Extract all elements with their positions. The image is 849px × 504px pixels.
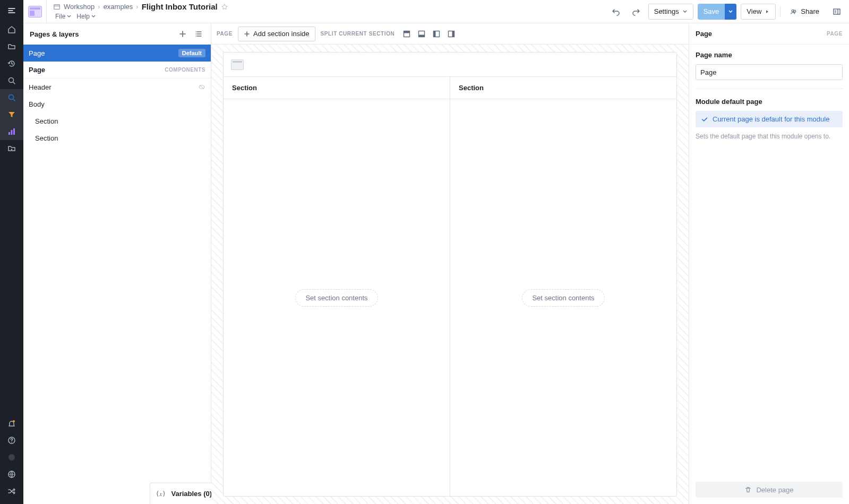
save-dropdown-button[interactable] — [725, 4, 736, 20]
view-label: View — [747, 7, 761, 15]
chevron-right-icon: › — [98, 3, 100, 11]
favorites-folder-icon[interactable] — [0, 140, 23, 157]
section-1-body: Set section contents — [224, 99, 450, 496]
workshop-icon — [53, 3, 61, 11]
collapse-tree-icon[interactable] — [191, 26, 207, 42]
visibility-icon[interactable] — [198, 83, 205, 91]
share-button[interactable]: Share — [785, 4, 825, 20]
header-placeholder-icon — [231, 59, 244, 70]
page-name-input[interactable] — [696, 64, 843, 80]
page-body: Section Set section contents Section Set… — [224, 77, 676, 496]
search-icon[interactable] — [0, 72, 23, 89]
activity-bar — [0, 0, 23, 504]
canvas-area: Section Set section contents Section Set… — [211, 45, 689, 504]
set-section-contents-button[interactable]: Set section contents — [522, 289, 604, 307]
tree-row-label: Page — [29, 49, 178, 57]
tree-row-label: Section — [35, 134, 205, 142]
svg-rect-18 — [434, 31, 436, 37]
add-page-icon[interactable] — [175, 26, 191, 42]
components-tag: COMPONENTS — [165, 67, 205, 73]
tree-row-body[interactable]: Body — [23, 95, 211, 112]
folder-icon[interactable] — [0, 38, 23, 55]
settings-button[interactable]: Settings — [648, 4, 693, 20]
notifications-icon[interactable] — [0, 415, 23, 432]
share-label: Share — [801, 7, 819, 15]
svg-point-0 — [9, 78, 14, 83]
breadcrumb-workshop[interactable]: Workshop — [64, 3, 95, 11]
default-badge: Default — [178, 49, 205, 57]
menu-icon[interactable] — [0, 0, 23, 21]
page-card[interactable]: Section Set section contents Section Set… — [223, 52, 677, 497]
tree-row-label: Body — [29, 100, 205, 108]
menu-help[interactable]: Help — [74, 12, 98, 21]
tree-row-label: Section — [35, 117, 205, 125]
top-bar: Workshop › examples › Flight Inbox Tutor… — [23, 0, 849, 23]
search-data-icon[interactable] — [0, 89, 23, 106]
section-heading-label: Section — [459, 84, 484, 92]
breadcrumb: Workshop › examples › Flight Inbox Tutor… — [53, 2, 228, 11]
split-label: SPLIT CURRENT SECTION — [321, 31, 395, 37]
view-button[interactable]: View — [741, 4, 776, 20]
menubar: File Help — [53, 12, 228, 21]
left-panel-header: Pages & layers — [23, 23, 211, 45]
undo-icon[interactable] — [608, 4, 624, 20]
history-icon[interactable] — [0, 55, 23, 72]
breadcrumb-current: Flight Inbox Tutorial — [142, 2, 218, 11]
chevron-right-icon: › — [136, 3, 138, 11]
save-button[interactable]: Save — [698, 4, 725, 20]
split-bottom-icon[interactable] — [415, 27, 428, 41]
home-icon[interactable] — [0, 21, 23, 38]
section-1[interactable]: Section Set section contents — [224, 77, 450, 496]
menu-file-label: File — [55, 13, 65, 20]
split-top-icon[interactable] — [400, 27, 414, 41]
menu-file[interactable]: File — [53, 12, 73, 21]
shuffle-icon[interactable] — [0, 483, 23, 500]
tree-row-header[interactable]: Header — [23, 79, 211, 95]
filter-icon[interactable] — [0, 106, 23, 123]
tree-row-label: Header — [29, 83, 198, 91]
tree-row-section-1[interactable]: Section — [23, 112, 211, 129]
trash-icon — [744, 486, 752, 493]
check-icon — [701, 116, 708, 123]
svg-rect-9 — [54, 4, 60, 9]
add-section-inside-button[interactable]: Add section inside — [238, 27, 315, 41]
default-page-callout: Current page is default for this module — [696, 111, 843, 127]
redo-icon[interactable] — [628, 4, 644, 20]
panel-toggle-icon[interactable] — [829, 4, 845, 20]
tree-row-section-2[interactable]: Section — [23, 129, 211, 146]
section-2[interactable]: Section Set section contents — [450, 77, 676, 496]
page-name-label: Page name — [696, 51, 843, 59]
svg-rect-20 — [452, 31, 454, 37]
chart-icon[interactable] — [0, 123, 23, 140]
account-icon[interactable] — [0, 449, 23, 466]
default-page-hint: Sets the default page that this module o… — [696, 133, 843, 140]
svg-point-5 — [13, 420, 15, 422]
help-icon[interactable] — [0, 432, 23, 449]
split-right-icon[interactable] — [444, 27, 458, 41]
delete-page-button[interactable]: Delete page — [696, 482, 843, 498]
divider — [696, 89, 843, 89]
globe-icon[interactable] — [0, 466, 23, 483]
split-left-icon[interactable] — [430, 27, 443, 41]
tree-row-page[interactable]: Page Default — [23, 45, 211, 62]
section-1-head: Section — [224, 77, 450, 99]
layer-tree: Page Default Page COMPONENTS Header Body — [23, 45, 211, 504]
canvas-column: PAGE Add section inside SPLIT CURRENT SE… — [211, 23, 689, 504]
set-section-contents-button[interactable]: Set section contents — [295, 289, 378, 307]
tree-row-page-2[interactable]: Page COMPONENTS — [23, 62, 211, 79]
svg-rect-12 — [834, 9, 840, 14]
svg-rect-2 — [8, 132, 10, 135]
delete-page-label: Delete page — [756, 486, 793, 494]
svg-point-1 — [9, 95, 14, 100]
page-header-slot[interactable] — [224, 53, 676, 77]
star-icon[interactable] — [221, 3, 228, 11]
right-panel: Page PAGE Page name Module default page … — [689, 23, 849, 504]
save-button-group: Save — [698, 4, 737, 20]
section-2-head: Section — [450, 77, 676, 99]
right-panel-side-tag: PAGE — [827, 31, 843, 37]
right-panel-header: Page PAGE — [689, 23, 849, 45]
breadcrumb-examples[interactable]: examples — [104, 3, 133, 11]
svg-rect-3 — [11, 130, 13, 135]
svg-point-7 — [8, 454, 15, 460]
svg-rect-14 — [404, 31, 410, 33]
